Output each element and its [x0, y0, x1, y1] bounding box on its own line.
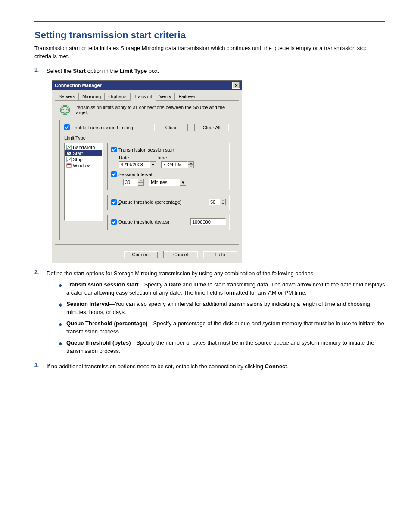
- queue-bytes-value[interactable]: 1000000: [190, 218, 226, 225]
- tab-orphans[interactable]: Orphans: [104, 93, 130, 100]
- tab-verify[interactable]: Verify: [156, 93, 175, 100]
- date-label: Date: [119, 155, 129, 160]
- chevron-down-icon[interactable]: ▾: [180, 179, 186, 186]
- step-number: 2.: [34, 269, 47, 275]
- connect-button[interactable]: Connect: [124, 251, 158, 258]
- info-icon: [59, 104, 70, 115]
- tab-strip: Servers Mirroring Orphans Transmit Verif…: [55, 93, 239, 101]
- bullet-transmission-session-start: Transmission session start—Specify a Dat…: [66, 280, 385, 297]
- bullet-session-interval: Session Interval—You can also specify an…: [66, 300, 385, 317]
- step-number: 1.: [34, 67, 47, 73]
- diamond-icon: ◆: [59, 340, 62, 347]
- svg-rect-3: [66, 157, 72, 162]
- limit-window[interactable]: Window: [65, 162, 102, 168]
- limit-type-list[interactable]: Bandwidth Start Stop: [64, 143, 103, 221]
- help-button[interactable]: Help: [203, 251, 237, 258]
- diamond-icon: ◆: [59, 301, 62, 308]
- limit-start[interactable]: Start: [65, 150, 102, 156]
- close-button[interactable]: ✕: [232, 82, 240, 89]
- date-picker[interactable]: 6 /19/2003 ▾: [119, 161, 156, 168]
- clear-button[interactable]: Clear: [154, 124, 188, 131]
- limit-stop[interactable]: Stop: [65, 156, 102, 162]
- clock-icon: [66, 151, 72, 156]
- interval-value[interactable]: 30 ▴▾: [123, 179, 144, 186]
- queue-percentage-value[interactable]: 50 ▴▾: [209, 199, 226, 205]
- info-text: Transmission limits apply to all connect…: [74, 105, 234, 115]
- queue-threshold-bytes-checkbox[interactable]: Queue threshold (bytes): [111, 219, 169, 225]
- bullet-queue-threshold-percentage: Queue Threshold (percentage)—Specify a p…: [66, 319, 385, 336]
- chart-icon: [66, 145, 72, 150]
- window-icon: [66, 163, 72, 168]
- diamond-icon: ◆: [59, 282, 62, 289]
- session-interval-checkbox[interactable]: Session Interval: [111, 171, 152, 177]
- limit-type-label: Limit Type: [64, 135, 230, 140]
- enable-transmission-limiting-checkbox[interactable]: Enable Transmission Limiting: [64, 124, 133, 130]
- cancel-button[interactable]: Cancel: [163, 251, 198, 258]
- tab-servers[interactable]: Servers: [55, 93, 79, 100]
- tab-mirroring[interactable]: Mirroring: [78, 93, 105, 100]
- transmission-session-start-checkbox[interactable]: Transmission session start: [111, 147, 174, 152]
- step-2-text: Define the start options for Storage Mir…: [47, 269, 385, 358]
- connection-manager-dialog: Connection Manager ✕ Servers Mirroring O…: [52, 80, 242, 263]
- step-number: 3.: [34, 362, 47, 368]
- close-icon: ✕: [234, 83, 238, 88]
- svg-rect-5: [67, 164, 71, 165]
- chart-icon: [66, 157, 72, 162]
- limit-bandwidth[interactable]: Bandwidth: [65, 144, 102, 150]
- time-picker[interactable]: 7 :24 PM ▴▾: [161, 161, 194, 168]
- page-heading: Setting transmission start criteria: [34, 30, 385, 41]
- clear-all-button[interactable]: Clear All: [194, 124, 229, 131]
- time-label: Time: [156, 155, 167, 160]
- tab-failover[interactable]: Failover: [174, 93, 199, 100]
- interval-unit[interactable]: Minutes ▾: [149, 179, 186, 186]
- step-1-text: Select the Start option in the Limit Typ…: [47, 67, 385, 75]
- svg-rect-1: [66, 145, 72, 150]
- tab-transmit[interactable]: Transmit: [130, 93, 156, 101]
- diamond-icon: ◆: [59, 320, 62, 328]
- intro-text: Transmission start criteria initiates St…: [34, 44, 385, 61]
- bullet-queue-threshold-bytes: Queue threshold (bytes)—Specify the numb…: [66, 339, 385, 355]
- queue-threshold-percentage-checkbox[interactable]: Queue threshold (percentage): [111, 199, 182, 205]
- chevron-down-icon[interactable]: ▾: [150, 161, 156, 168]
- dialog-title: Connection Manager: [55, 83, 102, 88]
- step-3-text: If no additional transmission options ne…: [47, 362, 385, 371]
